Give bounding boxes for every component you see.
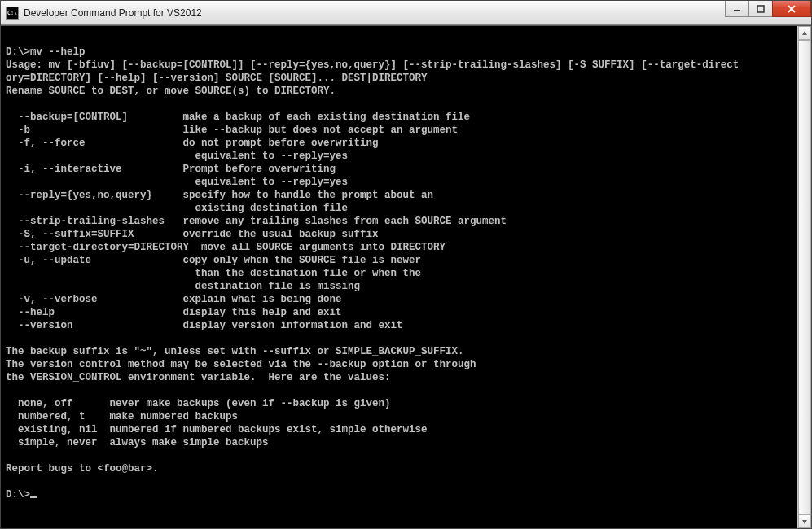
- cursor: [30, 496, 37, 498]
- chevron-up-icon: [801, 30, 808, 37]
- vertical-scrollbar[interactable]: [797, 26, 811, 528]
- app-icon: C:\: [6, 7, 19, 20]
- minimize-icon: [733, 5, 741, 13]
- scrollbar-track[interactable]: [798, 40, 811, 514]
- scroll-up-button[interactable]: [798, 26, 811, 40]
- close-button[interactable]: [772, 1, 811, 17]
- svg-marker-4: [802, 31, 807, 35]
- svg-rect-1: [757, 6, 764, 12]
- terminal-output[interactable]: D:\>mv --help Usage: mv [-bfiuv] [--back…: [1, 26, 797, 528]
- maximize-button[interactable]: [748, 1, 773, 17]
- command-prompt-window: C:\ Developer Command Prompt for VS2012 …: [0, 0, 812, 529]
- close-icon: [788, 5, 796, 13]
- chevron-down-icon: [801, 518, 808, 525]
- scrollbar-thumb[interactable]: [798, 40, 811, 514]
- window-controls: [726, 1, 811, 17]
- current-prompt[interactable]: D:\>: [6, 489, 30, 501]
- minimize-button[interactable]: [725, 1, 749, 17]
- maximize-icon: [757, 5, 765, 13]
- window-title: Developer Command Prompt for VS2012: [24, 7, 202, 19]
- terminal-wrap: D:\>mv --help Usage: mv [-bfiuv] [--back…: [1, 25, 811, 528]
- scroll-down-button[interactable]: [798, 514, 811, 528]
- svg-marker-5: [802, 520, 807, 524]
- titlebar[interactable]: C:\ Developer Command Prompt for VS2012: [1, 1, 811, 25]
